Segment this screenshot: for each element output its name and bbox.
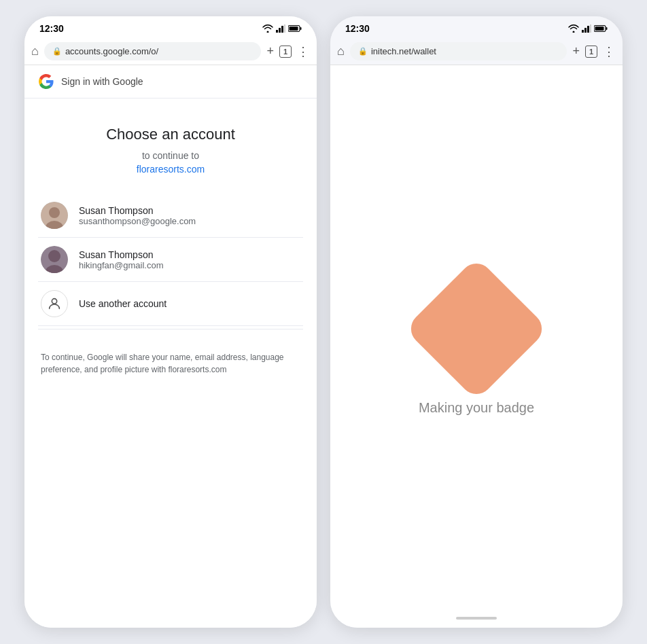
svg-rect-14 xyxy=(582,30,584,33)
privacy-note: To continue, Google will share your name… xyxy=(38,351,303,376)
svg-rect-6 xyxy=(290,26,298,31)
use-another-label: Use another account xyxy=(79,298,167,309)
choose-account-title: Choose an account xyxy=(106,126,235,143)
badge-label: Making your badge xyxy=(419,400,534,416)
avatar-2 xyxy=(41,246,68,273)
status-bar-left: 12:30 xyxy=(24,16,317,38)
home-icon-left[interactable]: ⌂ xyxy=(31,44,39,58)
account-list: Susan Thompson susanthompson@google.com xyxy=(38,194,303,326)
tab-count-right[interactable]: 1 xyxy=(585,46,597,58)
badge-shape xyxy=(404,256,548,400)
phone-left: 12:30 ⌂ 🔒 accounts.google. xyxy=(24,16,317,628)
status-time-left: 12:30 xyxy=(39,23,64,34)
account-item-2[interactable]: Susan Thompson hikingfan@gmail.com xyxy=(38,238,303,282)
account-email-2: hikingfan@gmail.com xyxy=(79,260,163,270)
status-icons-left xyxy=(262,24,302,33)
svg-rect-15 xyxy=(584,28,587,33)
menu-button-left[interactable]: ⋮ xyxy=(297,44,310,59)
battery-icon-right xyxy=(594,24,608,33)
address-bar-left[interactable]: 🔒 accounts.google.com/o/ xyxy=(44,42,262,60)
google-signin-page: Sign in with Google Choose an account to… xyxy=(24,65,317,628)
google-g-logo xyxy=(38,73,54,90)
address-bar-right[interactable]: 🔒 initech.net/wallet xyxy=(350,42,567,60)
svg-rect-1 xyxy=(279,28,281,33)
account-name-1: Susan Thompson xyxy=(79,205,196,216)
signal-icon xyxy=(276,24,285,33)
signal-icon-right xyxy=(582,24,591,33)
google-signin-label: Sign in with Google xyxy=(61,76,143,87)
svg-rect-17 xyxy=(590,24,591,33)
account-info-2: Susan Thompson hikingfan@gmail.com xyxy=(79,249,163,270)
status-icons-right xyxy=(568,24,608,33)
home-icon-right[interactable]: ⌂ xyxy=(337,44,345,58)
signin-content: Choose an account to continue to florare… xyxy=(24,99,317,628)
continue-to-label: to continue to xyxy=(142,150,199,161)
svg-rect-20 xyxy=(595,26,604,31)
tab-count-left[interactable]: 1 xyxy=(279,46,292,58)
svg-rect-19 xyxy=(606,27,608,30)
svg-rect-3 xyxy=(284,24,285,33)
svg-rect-5 xyxy=(300,27,302,30)
bottom-home-indicator[interactable] xyxy=(456,617,497,620)
svg-point-13 xyxy=(52,299,56,304)
url-right: initech.net/wallet xyxy=(371,46,436,56)
new-tab-button-left[interactable]: + xyxy=(266,44,274,58)
lock-icon-left: 🔒 xyxy=(52,47,62,56)
account-item-1[interactable]: Susan Thompson susanthompson@google.com xyxy=(38,194,303,238)
new-tab-button-right[interactable]: + xyxy=(572,44,580,58)
account-name-2: Susan Thompson xyxy=(79,249,163,260)
wifi-icon-right xyxy=(568,24,579,33)
person-add-icon xyxy=(41,290,68,317)
lock-icon-right: 🔒 xyxy=(358,47,368,56)
svg-point-11 xyxy=(48,250,60,262)
svg-rect-16 xyxy=(587,26,589,33)
status-bar-right: 12:30 xyxy=(330,16,623,38)
account-email-1: susanthompson@google.com xyxy=(79,216,196,226)
browser-bar-left: ⌂ 🔒 accounts.google.com/o/ + 1 ⋮ xyxy=(24,38,317,65)
svg-rect-0 xyxy=(276,30,278,33)
browser-bar-right: ⌂ 🔒 initech.net/wallet + 1 ⋮ xyxy=(330,38,623,65)
account-info-1: Susan Thompson susanthompson@google.com xyxy=(79,205,196,226)
url-left: accounts.google.com/o/ xyxy=(65,46,158,56)
domain-link[interactable]: floraresorts.com xyxy=(137,164,205,175)
badge-page: Making your badge xyxy=(330,65,623,628)
wifi-icon xyxy=(262,24,273,33)
battery-icon xyxy=(288,24,302,33)
svg-point-8 xyxy=(49,207,60,218)
status-time-right: 12:30 xyxy=(345,23,370,34)
avatar-1 xyxy=(41,202,68,229)
menu-button-right[interactable]: ⋮ xyxy=(603,44,616,59)
divider xyxy=(38,329,303,329)
svg-rect-2 xyxy=(281,26,283,33)
google-tab-row: Sign in with Google xyxy=(24,65,317,99)
phone-right: 12:30 ⌂ 🔒 initech.net/wall xyxy=(330,16,623,628)
use-another-account-button[interactable]: Use another account xyxy=(38,282,303,326)
